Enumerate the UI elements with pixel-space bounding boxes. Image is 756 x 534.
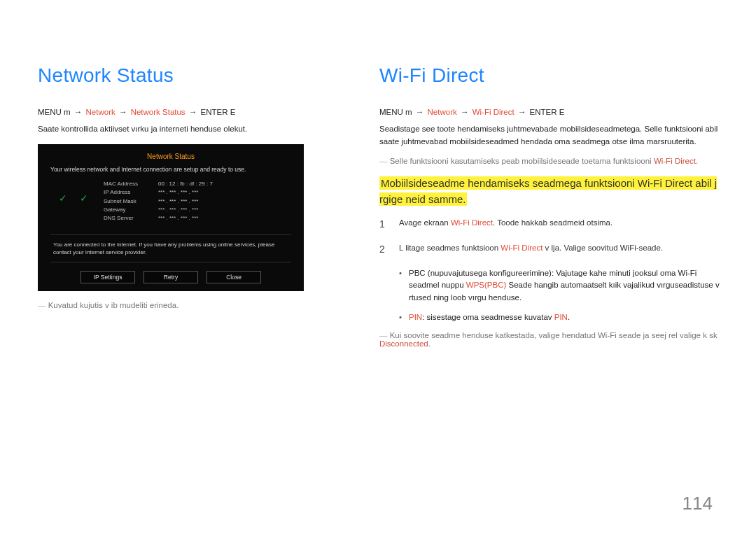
path-network: Network [428,108,457,116]
breadcrumb-left: MENU m → Network → Network Status → ENTE… [38,108,346,116]
check-icon: ✓ [59,192,67,223]
device-mid: ✓ ✓ MAC Address00 : 12 : fb : df : 29 : … [50,180,291,223]
arrow-icon: → [459,108,470,116]
close-button[interactable]: Close [206,271,261,283]
list-item: 1 Avage ekraan Wi-Fi Direct. Toode hakka… [379,217,721,232]
table-row: Subnet Mask*** . *** . *** . *** [104,197,213,206]
device-status-line: Your wireless network and Internet conne… [50,166,291,173]
sub-bullets: PBC (nupuvajutusega konfigureerimine): V… [399,267,721,324]
page-content: Network Status MENU m → Network → Networ… [0,0,756,348]
device-connected-msg: You are connected to the Internet. If yo… [50,234,291,262]
highlight-text: Mobiilsideseadme hendamiseks seadmega fu… [379,176,717,206]
check-icon: ✓ [80,192,88,223]
list-item: PBC (nupuvajutusega konfigureerimine): V… [399,267,721,304]
device-title: Network Status [50,153,291,160]
path-item: Wi-Fi Direct [472,108,514,116]
path-suffix: ENTER E [201,108,236,116]
page-number: 114 [682,493,713,514]
retry-button[interactable]: Retry [144,271,198,283]
left-description: Saate kontrollida aktiivset vırku ja int… [38,123,346,136]
path-item: Network Status [131,108,186,116]
right-description: Seadistage see toote hendamiseks juhtmev… [379,123,721,148]
arrow-icon: → [118,108,129,116]
arrow-icon: → [517,108,528,116]
table-row: DNS Server*** . *** . *** . *** [104,214,213,223]
heading-network-status: Network Status [38,64,346,87]
step-text: Avage ekraan Wi-Fi Direct. Toode hakkab … [399,217,612,232]
step-number: 2 [379,242,389,258]
path-prefix: MENU m [38,108,71,116]
step-text: L litage seadmes funktsioon Wi-Fi Direct… [399,242,663,258]
left-note: Kuvatud kujutis v ib mudeliti erineda. [38,301,346,309]
steps-list: 1 Avage ekraan Wi-Fi Direct. Toode hakka… [379,217,721,257]
section-wifi-direct: Wi-Fi Direct MENU m → Network → Wi-Fi Di… [379,64,721,348]
heading-wifi-direct: Wi-Fi Direct [379,64,721,87]
section-network-status: Network Status MENU m → Network → Networ… [38,64,346,348]
right-note-1: Selle funktsiooni kasutamiseks peab mobi… [379,157,721,165]
arrow-icon: → [73,108,84,116]
path-prefix: MENU m [379,108,412,116]
arrow-icon: → [188,108,199,116]
table-row: Gateway*** . *** . *** . *** [104,206,213,214]
path-network: Network [86,108,115,116]
device-screenshot: Network Status Your wireless network and… [38,144,304,291]
ip-settings-button[interactable]: IP Settings [80,271,135,283]
breadcrumb-right: MENU m → Network → Wi-Fi Direct → ENTER … [379,108,721,116]
list-item: 2 L litage seadmes funktsioon Wi-Fi Dire… [379,242,721,258]
arrow-icon: → [414,108,426,116]
step-number: 1 [379,217,389,232]
table-row: IP Address*** . *** . *** . *** [104,188,213,197]
device-buttons: IP Settings Retry Close [50,271,291,283]
highlighted-instruction: Mobiilsideseadme hendamiseks seadmega fu… [379,175,721,208]
table-row: MAC Address00 : 12 : fb : df : 29 : 7 [104,180,213,188]
device-table: MAC Address00 : 12 : fb : df : 29 : 7 IP… [104,180,213,223]
right-note-2: Kui soovite seadme henduse katkestada, v… [379,331,721,348]
device-check-icons: ✓ ✓ [50,180,88,223]
path-suffix: ENTER E [530,108,565,116]
list-item: PIN: sisestage oma seadmesse kuvatav PIN… [399,311,721,324]
